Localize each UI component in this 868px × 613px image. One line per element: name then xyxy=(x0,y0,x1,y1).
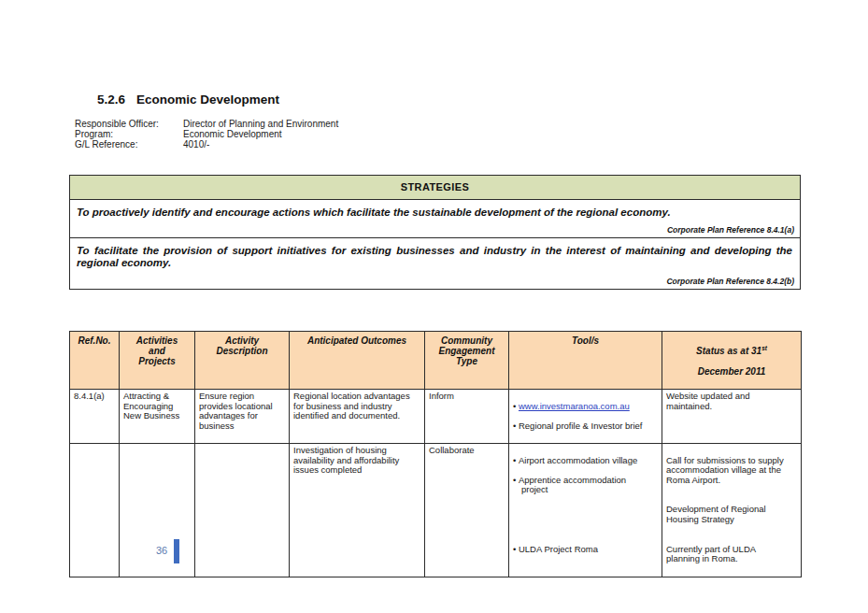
status-paragraph: Development of Regional Housing Strategy xyxy=(666,505,797,524)
info-row-program: Program: Economic Development xyxy=(75,129,338,139)
strategies-box: STRATEGIES To proactively identify and e… xyxy=(69,175,801,290)
section-title: Economic Development xyxy=(136,93,279,107)
col-header-engagement: Community Engagement Type xyxy=(425,332,509,390)
col-header-outcomes: Anticipated Outcomes xyxy=(290,332,425,390)
section-number: 5.2.6 xyxy=(97,93,125,107)
status-paragraph: Currently part of ULDA planning in Roma. xyxy=(666,545,797,564)
cell-activities xyxy=(120,443,195,577)
cell-outcomes: Regional location advantages for busines… xyxy=(290,390,425,444)
document-page: 5.2.6Economic Development Responsible Of… xyxy=(0,0,868,613)
col-header-description: Activity Description xyxy=(195,332,290,390)
status-paragraph: Call for submissions to supply accommoda… xyxy=(666,456,797,486)
bullet-item: ULDA Project Roma xyxy=(513,545,658,555)
cell-status: Website updated and maintained. xyxy=(662,390,802,444)
cell-refno: 8.4.1(a) xyxy=(70,390,120,444)
cell-outcomes: Investigation of housing availability an… xyxy=(290,443,425,577)
bullet-item: Airport accommodation village xyxy=(513,456,658,466)
status-header-line1: Status as at 31st xyxy=(666,346,797,356)
page-number-bar xyxy=(174,539,179,563)
corporate-plan-reference: Corporate Plan Reference 8.4.1(a) xyxy=(667,225,794,235)
cell-description xyxy=(195,443,290,577)
cell-tools: www.investmaranoa.com.au Regional profil… xyxy=(509,390,662,444)
info-label: Program: xyxy=(75,129,183,139)
info-row-responsible-officer: Responsible Officer: Director of Plannin… xyxy=(75,119,338,129)
info-label: G/L Reference: xyxy=(75,139,183,150)
info-label: Responsible Officer: xyxy=(75,119,183,129)
cell-refno xyxy=(70,443,120,577)
info-value: 4010/- xyxy=(183,139,209,150)
investmaranoa-link[interactable]: www.investmaranoa.com.au xyxy=(519,401,630,411)
col-header-status: Status as at 31st December 2011 xyxy=(662,332,802,390)
section-heading: 5.2.6Economic Development xyxy=(97,93,279,107)
corporate-plan-reference: Corporate Plan Reference 8.4.2(b) xyxy=(666,277,794,286)
cell-engagement: Inform xyxy=(425,390,509,444)
cell-tools: Airport accommodation village Apprentice… xyxy=(509,443,662,577)
officer-info-block: Responsible Officer: Director of Plannin… xyxy=(75,119,338,150)
cell-activities: Attracting & Encouraging New Business xyxy=(120,390,195,444)
cell-description: Ensure region provides locational advant… xyxy=(195,390,290,444)
strategy-text: To proactively identify and encourage ac… xyxy=(77,207,792,219)
col-header-activities: Activities and Projects xyxy=(120,332,195,390)
table-header-row: Ref.No. Activities and Projects Activity… xyxy=(70,332,802,390)
bullet-item: www.investmaranoa.com.au xyxy=(513,402,658,412)
info-value: Director of Planning and Environment xyxy=(183,119,338,129)
col-header-refno: Ref.No. xyxy=(70,332,120,390)
strategy-item: To proactively identify and encourage ac… xyxy=(70,200,800,237)
bullet-item: Regional profile & Investor brief xyxy=(513,421,658,432)
cell-engagement: Collaborate xyxy=(425,443,509,577)
status-header-line2: December 2011 xyxy=(666,366,797,377)
strategy-item: To facilitate the provision of support i… xyxy=(70,237,800,289)
strategy-text: To facilitate the provision of support i… xyxy=(77,245,792,268)
status-header-superscript: st xyxy=(761,345,767,351)
strategies-header: STRATEGIES xyxy=(70,176,800,200)
info-row-gl-reference: G/L Reference: 4010/- xyxy=(75,139,338,150)
col-header-tools: Tool/s xyxy=(509,332,662,390)
bullet-item: Apprentice accommodation project xyxy=(513,476,658,495)
cell-status: Call for submissions to supply accommoda… xyxy=(662,443,802,577)
table-row: 8.4.1(a) Attracting & Encouraging New Bu… xyxy=(70,390,802,444)
info-value: Economic Development xyxy=(183,129,282,139)
page-number: 36 xyxy=(156,545,167,556)
